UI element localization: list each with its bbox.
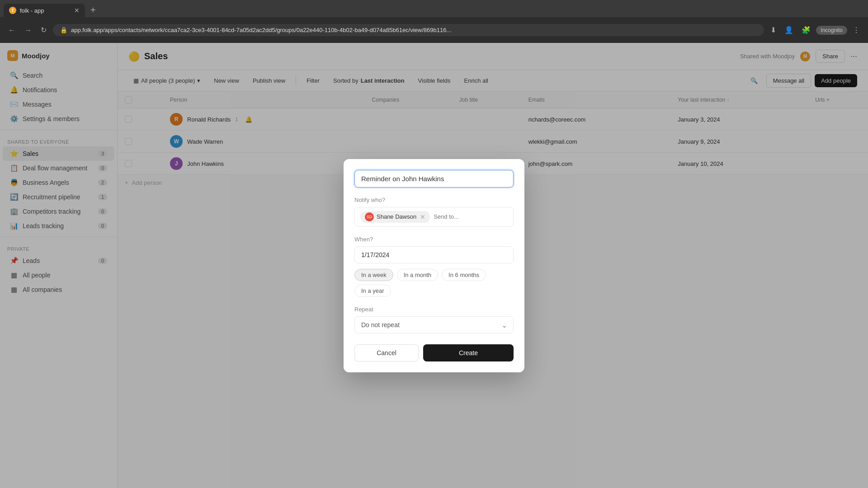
browser-chrome: f folk - app ✕ + ← → ↻ 🔒 app.folk.app/ap… <box>0 0 868 43</box>
quick-btn-week[interactable]: In a week <box>354 269 393 281</box>
cancel-button[interactable]: Cancel <box>354 344 419 361</box>
tab-close-button[interactable]: ✕ <box>74 7 80 14</box>
address-bar[interactable]: 🔒 app.folk.app/apps/contacts/network/cca… <box>53 24 764 36</box>
send-to-input[interactable] <box>434 213 508 220</box>
modal-actions: Cancel Create <box>354 344 514 361</box>
back-button[interactable]: ← <box>5 23 18 37</box>
date-input[interactable] <box>354 246 514 263</box>
repeat-select-wrapper: Do not repeat Daily Weekly Monthly <box>354 316 514 333</box>
quick-date-buttons: In a week In a month In 6 months In a ye… <box>354 269 514 297</box>
notify-label: Notify who? <box>354 197 514 203</box>
when-label: When? <box>354 236 514 243</box>
reminder-title-input[interactable] <box>354 170 514 188</box>
download-button[interactable]: ⬇ <box>768 23 779 37</box>
user-tag-remove-button[interactable]: ✕ <box>420 213 425 221</box>
reminder-modal: Notify who? SD Shane Dawson ✕ When? In a… <box>344 159 524 372</box>
extension-button[interactable]: 🧩 <box>799 23 813 37</box>
user-tag-avatar: SD <box>365 212 374 221</box>
modal-overlay: Notify who? SD Shane Dawson ✕ When? In a… <box>0 43 868 488</box>
lock-icon: 🔒 <box>60 27 67 33</box>
user-tag: SD Shane Dawson ✕ <box>360 211 430 223</box>
create-button[interactable]: Create <box>423 344 514 361</box>
tab-favicon: f <box>9 7 16 14</box>
repeat-select[interactable]: Do not repeat Daily Weekly Monthly <box>354 316 514 333</box>
address-text: app.folk.app/apps/contacts/network/ccaa7… <box>71 27 757 33</box>
quick-btn-6months[interactable]: In 6 months <box>442 269 486 281</box>
repeat-section: Do not repeat Daily Weekly Monthly <box>354 316 514 333</box>
new-tab-button[interactable]: + <box>89 3 98 17</box>
user-tag-name: Shane Dawson <box>377 213 416 220</box>
notify-field: SD Shane Dawson ✕ <box>354 207 514 227</box>
browser-tab[interactable]: f folk - app ✕ <box>4 4 85 17</box>
reload-button[interactable]: ↻ <box>38 23 49 37</box>
profile-button[interactable]: 👤 <box>782 23 796 37</box>
browser-tabs: f folk - app ✕ + <box>0 0 868 17</box>
repeat-label: Repeat <box>354 306 514 313</box>
tab-label: folk - app <box>20 7 44 14</box>
nav-right: ⬇ 👤 🧩 Incognito ⋮ <box>768 23 863 37</box>
menu-button[interactable]: ⋮ <box>850 23 863 37</box>
incognito-badge: Incognito <box>816 26 847 35</box>
quick-btn-year[interactable]: In a year <box>354 285 391 297</box>
browser-nav: ← → ↻ 🔒 app.folk.app/apps/contacts/netwo… <box>0 17 868 43</box>
forward-button[interactable]: → <box>22 23 34 37</box>
quick-btn-month[interactable]: In a month <box>397 269 438 281</box>
